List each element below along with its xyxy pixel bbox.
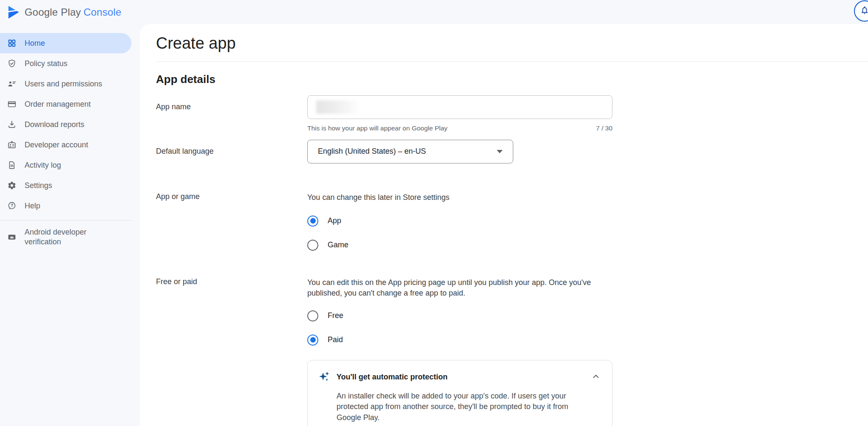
sidebar-item-download-reports[interactable]: Download reports: [0, 114, 131, 135]
free-or-paid-group: You can edit this on the App pricing pag…: [307, 277, 612, 426]
sidebar-item-home[interactable]: Home: [0, 33, 131, 53]
badge-icon: [7, 140, 17, 150]
radio-option-game[interactable]: Game: [307, 240, 450, 251]
field-row-default-language: Default language English (United States)…: [156, 140, 868, 163]
logo-brand: Google Play: [25, 6, 81, 18]
radio-paid-selected[interactable]: [307, 335, 318, 346]
protection-card-body: An installer check will be added to your…: [337, 391, 579, 423]
sidebar-divider: [0, 220, 131, 221]
top-header-bar: Google PlayConsole: [0, 0, 868, 24]
app-name-input[interactable]: [307, 95, 612, 119]
svg-text:?: ?: [11, 203, 13, 208]
app-name-helper-text: This is how your app will appear on Goog…: [307, 124, 448, 132]
sidebar-item-label: Developer account: [25, 141, 88, 149]
free-or-paid-radio-group: Free Paid: [307, 310, 612, 346]
free-or-paid-label: Free or paid: [156, 277, 307, 286]
sidebar-navigation: Home Policy status: [0, 24, 140, 426]
create-app-form: App name This is how your app will appea…: [156, 95, 868, 426]
default-language-select[interactable]: English (United States) – en-US: [307, 140, 513, 163]
dropdown-arrow-icon: [497, 150, 503, 153]
sidebar-item-settings[interactable]: Settings: [0, 175, 131, 196]
bell-icon: [860, 6, 868, 17]
app-or-game-note: You can change this later in Store setti…: [307, 192, 450, 203]
shield-check-icon: [7, 58, 17, 69]
default-language-label: Default language: [156, 140, 307, 156]
app-name-redacted-value: [316, 100, 361, 114]
sidebar-item-label: Help: [25, 202, 40, 210]
google-play-console-page: Google PlayConsole: [0, 0, 868, 426]
main-content-card: Create app App details App name This is …: [140, 24, 868, 426]
app-name-helper-row: This is how your app will appear on Goog…: [307, 124, 612, 132]
radio-option-free[interactable]: Free: [307, 310, 612, 321]
app-or-game-radio-group: App Game: [307, 216, 450, 251]
app-or-game-label: App or game: [156, 192, 307, 201]
app-name-field-group: This is how your app will appear on Goog…: [307, 95, 612, 132]
sidebar-item-activity-log[interactable]: Activity log: [0, 155, 131, 175]
radio-option-paid[interactable]: Paid: [307, 335, 612, 346]
default-language-value: English (United States) – en-US: [318, 147, 497, 156]
radio-game-label[interactable]: Game: [328, 241, 348, 249]
android-icon: [7, 232, 17, 242]
sidebar-item-label: Policy status: [25, 59, 67, 68]
sidebar-item-android-developer-verification[interactable]: Android developer verification: [0, 224, 131, 250]
field-row-free-or-paid: Free or paid You can edit this on the Ap…: [156, 277, 868, 426]
document-icon: [7, 160, 17, 170]
sparkle-icon: [319, 371, 331, 384]
field-row-app-or-game: App or game You can change this later in…: [156, 192, 868, 264]
section-title-app-details: App details: [156, 73, 868, 86]
free-or-paid-note: You can edit this on the App pricing pag…: [307, 277, 608, 299]
logo-product: Console: [83, 6, 121, 18]
sidebar-item-order-management[interactable]: Order management: [0, 94, 131, 114]
chevron-up-icon[interactable]: [591, 371, 601, 383]
sidebar-item-users-permissions[interactable]: Users and permissions: [0, 74, 131, 94]
sidebar-item-label: Order management: [25, 100, 91, 109]
radio-app-label[interactable]: App: [328, 216, 341, 225]
logo-text: Google PlayConsole: [25, 6, 121, 18]
help-icon: ?: [7, 201, 17, 211]
sidebar-item-label: Home: [25, 39, 45, 48]
sidebar-item-label: Activity log: [25, 161, 61, 170]
play-triangle-icon: [7, 5, 21, 19]
sidebar-item-help[interactable]: ? Help: [0, 196, 131, 216]
page-title: Create app: [156, 34, 868, 53]
google-play-console-logo[interactable]: Google PlayConsole: [7, 5, 121, 19]
sidebar-item-label: Android developer verification: [25, 227, 101, 247]
users-icon: [7, 79, 17, 89]
title-divider: [156, 61, 868, 62]
automatic-protection-card: You'll get automatic protection An insta…: [307, 360, 612, 426]
payment-card-icon: [7, 99, 17, 109]
radio-free-label[interactable]: Free: [328, 311, 343, 320]
sidebar-item-label: Settings: [25, 181, 52, 190]
radio-free-unselected[interactable]: [307, 310, 318, 321]
protection-card-header[interactable]: You'll get automatic protection: [319, 371, 601, 384]
radio-option-app[interactable]: App: [307, 216, 450, 227]
protection-card-title: You'll get automatic protection: [337, 373, 585, 382]
download-icon: [7, 119, 17, 130]
app-name-char-counter: 7 / 30: [596, 124, 612, 132]
content-row: Home Policy status: [0, 24, 868, 426]
sidebar-item-policy-status[interactable]: Policy status: [0, 53, 131, 74]
sidebar-item-label: Download reports: [25, 120, 84, 129]
field-row-app-name: App name This is how your app will appea…: [156, 95, 868, 132]
radio-paid-label[interactable]: Paid: [328, 335, 343, 344]
radio-game-unselected[interactable]: [307, 240, 318, 251]
grid-icon: [7, 38, 17, 48]
app-name-label: App name: [156, 95, 307, 111]
sidebar-item-label: Users and permissions: [25, 80, 102, 89]
notifications-button[interactable]: [854, 0, 868, 22]
gear-icon: [7, 180, 17, 191]
app-or-game-group: You can change this later in Store setti…: [307, 192, 450, 264]
sidebar-item-developer-account[interactable]: Developer account: [0, 135, 131, 155]
radio-app-selected[interactable]: [307, 216, 318, 227]
